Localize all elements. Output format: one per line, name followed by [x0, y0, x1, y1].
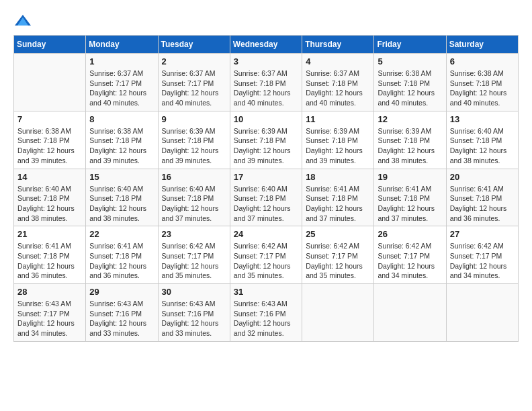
calendar-cell: 5Sunrise: 6:38 AMSunset: 7:18 PMDaylight…	[374, 54, 446, 111]
cell-info: Sunrise: 6:40 AMSunset: 7:18 PMDaylight:…	[450, 126, 515, 166]
day-number: 17	[234, 172, 298, 182]
page-header	[13, 13, 519, 28]
column-header-tuesday: Tuesday	[158, 36, 230, 54]
calendar-cell: 7Sunrise: 6:38 AMSunset: 7:18 PMDaylight…	[14, 111, 86, 169]
calendar-cell: 12Sunrise: 6:39 AMSunset: 7:18 PMDayligh…	[374, 111, 446, 169]
day-number: 8	[89, 114, 154, 124]
day-number: 9	[162, 114, 226, 124]
calendar-cell: 21Sunrise: 6:41 AMSunset: 7:18 PMDayligh…	[14, 226, 86, 284]
calendar-cell: 1Sunrise: 6:37 AMSunset: 7:17 PMDaylight…	[86, 54, 158, 111]
cell-info: Sunrise: 6:37 AMSunset: 7:18 PMDaylight:…	[306, 68, 370, 108]
calendar-cell: 8Sunrise: 6:38 AMSunset: 7:18 PMDaylight…	[86, 111, 158, 169]
cell-info: Sunrise: 6:40 AMSunset: 7:18 PMDaylight:…	[89, 184, 154, 224]
week-row-1: 1Sunrise: 6:37 AMSunset: 7:17 PMDaylight…	[14, 54, 519, 111]
calendar-cell: 19Sunrise: 6:41 AMSunset: 7:18 PMDayligh…	[374, 169, 446, 226]
calendar-cell: 25Sunrise: 6:42 AMSunset: 7:17 PMDayligh…	[302, 226, 374, 284]
calendar-cell: 18Sunrise: 6:41 AMSunset: 7:18 PMDayligh…	[302, 169, 374, 226]
cell-info: Sunrise: 6:38 AMSunset: 7:18 PMDaylight:…	[450, 68, 515, 108]
day-number: 4	[306, 56, 370, 66]
day-number: 14	[17, 172, 82, 182]
calendar-cell: 15Sunrise: 6:40 AMSunset: 7:18 PMDayligh…	[86, 169, 158, 226]
column-header-friday: Friday	[374, 36, 446, 54]
calendar-cell: 23Sunrise: 6:42 AMSunset: 7:17 PMDayligh…	[158, 226, 230, 284]
day-number: 15	[89, 172, 154, 182]
cell-info: Sunrise: 6:38 AMSunset: 7:18 PMDaylight:…	[17, 126, 82, 166]
calendar-cell	[446, 284, 518, 342]
calendar-cell: 14Sunrise: 6:40 AMSunset: 7:18 PMDayligh…	[14, 169, 86, 226]
day-number: 29	[89, 287, 154, 297]
day-number: 31	[234, 287, 298, 297]
cell-info: Sunrise: 6:41 AMSunset: 7:18 PMDaylight:…	[450, 184, 515, 224]
cell-info: Sunrise: 6:38 AMSunset: 7:18 PMDaylight:…	[378, 68, 442, 108]
day-number: 30	[162, 287, 226, 297]
day-number: 23	[162, 229, 226, 239]
column-header-wednesday: Wednesday	[230, 36, 302, 54]
day-number: 22	[89, 229, 154, 239]
cell-info: Sunrise: 6:37 AMSunset: 7:18 PMDaylight:…	[234, 68, 298, 108]
cell-info: Sunrise: 6:42 AMSunset: 7:17 PMDaylight:…	[162, 241, 226, 281]
calendar-cell: 24Sunrise: 6:42 AMSunset: 7:17 PMDayligh…	[230, 226, 302, 284]
calendar-cell: 30Sunrise: 6:43 AMSunset: 7:16 PMDayligh…	[158, 284, 230, 342]
day-number: 5	[378, 56, 442, 66]
cell-info: Sunrise: 6:41 AMSunset: 7:18 PMDaylight:…	[89, 241, 154, 281]
day-number: 18	[306, 172, 370, 182]
cell-info: Sunrise: 6:43 AMSunset: 7:16 PMDaylight:…	[234, 299, 298, 338]
column-header-saturday: Saturday	[446, 36, 518, 54]
generalblue-icon	[13, 13, 32, 28]
day-number: 28	[17, 287, 82, 297]
column-header-monday: Monday	[86, 36, 158, 54]
cell-info: Sunrise: 6:40 AMSunset: 7:18 PMDaylight:…	[17, 184, 82, 224]
cell-info: Sunrise: 6:42 AMSunset: 7:17 PMDaylight:…	[378, 241, 442, 281]
calendar-cell: 31Sunrise: 6:43 AMSunset: 7:16 PMDayligh…	[230, 284, 302, 342]
day-number: 11	[306, 114, 370, 124]
calendar-cell	[302, 284, 374, 342]
cell-info: Sunrise: 6:40 AMSunset: 7:18 PMDaylight:…	[162, 184, 226, 224]
week-row-3: 14Sunrise: 6:40 AMSunset: 7:18 PMDayligh…	[14, 169, 519, 226]
calendar-cell: 26Sunrise: 6:42 AMSunset: 7:17 PMDayligh…	[374, 226, 446, 284]
day-number: 2	[162, 56, 226, 66]
calendar-cell: 13Sunrise: 6:40 AMSunset: 7:18 PMDayligh…	[446, 111, 518, 169]
week-row-2: 7Sunrise: 6:38 AMSunset: 7:18 PMDaylight…	[14, 111, 519, 169]
header-row: SundayMondayTuesdayWednesdayThursdayFrid…	[14, 36, 519, 54]
calendar-cell: 27Sunrise: 6:42 AMSunset: 7:17 PMDayligh…	[446, 226, 518, 284]
calendar-cell: 17Sunrise: 6:40 AMSunset: 7:18 PMDayligh…	[230, 169, 302, 226]
cell-info: Sunrise: 6:39 AMSunset: 7:18 PMDaylight:…	[162, 126, 226, 166]
calendar-cell: 9Sunrise: 6:39 AMSunset: 7:18 PMDaylight…	[158, 111, 230, 169]
cell-info: Sunrise: 6:42 AMSunset: 7:17 PMDaylight:…	[306, 241, 370, 281]
calendar-cell: 3Sunrise: 6:37 AMSunset: 7:18 PMDaylight…	[230, 54, 302, 111]
day-number: 21	[17, 229, 82, 239]
cell-info: Sunrise: 6:41 AMSunset: 7:18 PMDaylight:…	[378, 184, 442, 224]
cell-info: Sunrise: 6:38 AMSunset: 7:18 PMDaylight:…	[89, 126, 154, 166]
day-number: 12	[378, 114, 442, 124]
cell-info: Sunrise: 6:37 AMSunset: 7:17 PMDaylight:…	[162, 68, 226, 108]
cell-info: Sunrise: 6:42 AMSunset: 7:17 PMDaylight:…	[234, 241, 298, 281]
day-number: 6	[450, 56, 515, 66]
day-number: 24	[234, 229, 298, 239]
cell-info: Sunrise: 6:43 AMSunset: 7:16 PMDaylight:…	[89, 299, 154, 338]
calendar-cell: 11Sunrise: 6:39 AMSunset: 7:18 PMDayligh…	[302, 111, 374, 169]
calendar-cell	[14, 54, 86, 111]
calendar-cell: 20Sunrise: 6:41 AMSunset: 7:18 PMDayligh…	[446, 169, 518, 226]
day-number: 1	[89, 56, 154, 66]
day-number: 27	[450, 229, 515, 239]
day-number: 26	[378, 229, 442, 239]
cell-info: Sunrise: 6:41 AMSunset: 7:18 PMDaylight:…	[306, 184, 370, 224]
cell-info: Sunrise: 6:37 AMSunset: 7:17 PMDaylight:…	[89, 68, 154, 108]
week-row-5: 28Sunrise: 6:43 AMSunset: 7:17 PMDayligh…	[14, 284, 519, 342]
day-number: 19	[378, 172, 442, 182]
day-number: 3	[234, 56, 298, 66]
cell-info: Sunrise: 6:41 AMSunset: 7:18 PMDaylight:…	[17, 241, 82, 281]
cell-info: Sunrise: 6:42 AMSunset: 7:17 PMDaylight:…	[450, 241, 515, 281]
calendar-table: SundayMondayTuesdayWednesdayThursdayFrid…	[13, 35, 519, 342]
calendar-cell: 6Sunrise: 6:38 AMSunset: 7:18 PMDaylight…	[446, 54, 518, 111]
cell-info: Sunrise: 6:39 AMSunset: 7:18 PMDaylight:…	[234, 126, 298, 166]
logo	[13, 13, 34, 28]
column-header-thursday: Thursday	[302, 36, 374, 54]
calendar-cell: 22Sunrise: 6:41 AMSunset: 7:18 PMDayligh…	[86, 226, 158, 284]
cell-info: Sunrise: 6:43 AMSunset: 7:17 PMDaylight:…	[17, 299, 82, 338]
day-number: 16	[162, 172, 226, 182]
calendar-cell: 29Sunrise: 6:43 AMSunset: 7:16 PMDayligh…	[86, 284, 158, 342]
calendar-cell: 28Sunrise: 6:43 AMSunset: 7:17 PMDayligh…	[14, 284, 86, 342]
cell-info: Sunrise: 6:39 AMSunset: 7:18 PMDaylight:…	[378, 126, 442, 166]
week-row-4: 21Sunrise: 6:41 AMSunset: 7:18 PMDayligh…	[14, 226, 519, 284]
